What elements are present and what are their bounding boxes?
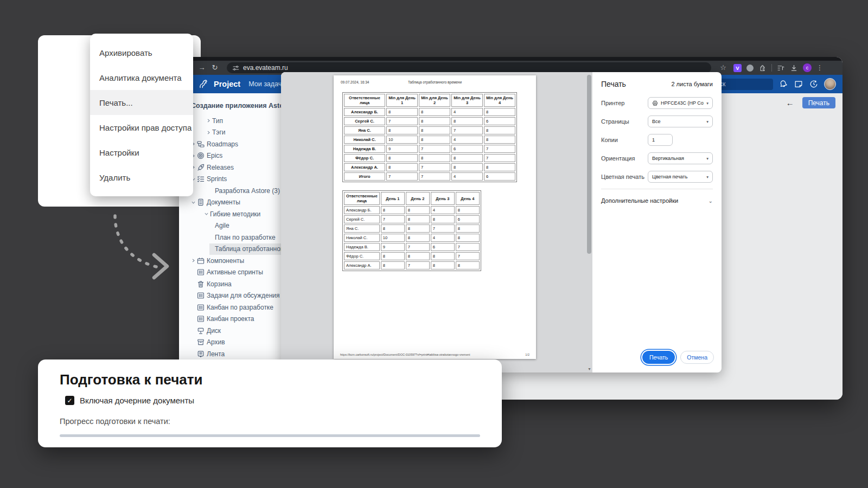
app-brand[interactable]: Project bbox=[214, 80, 240, 88]
chevron-down-icon[interactable] bbox=[190, 200, 197, 205]
trash-icon bbox=[197, 280, 207, 288]
table-cell: 8 bbox=[431, 215, 455, 223]
table-cell: 10 bbox=[381, 234, 405, 242]
globe-extension-icon[interactable] bbox=[746, 65, 754, 72]
context-menu-item[interactable]: Аналитика документа bbox=[90, 65, 193, 90]
address-bar[interactable]: eva.evateam.ru bbox=[227, 62, 711, 73]
preview-doc-title: Таблица отработанного времени bbox=[334, 80, 536, 84]
notifications-bell-icon[interactable] bbox=[778, 79, 788, 89]
browser-menu-icon[interactable]: ⋮ bbox=[816, 64, 823, 72]
chevron-right-icon[interactable] bbox=[190, 258, 197, 263]
table-cell: Фёдор С. bbox=[344, 252, 380, 260]
back-arrow-icon[interactable]: ← bbox=[786, 98, 794, 107]
table-cell: 8 bbox=[451, 163, 483, 171]
more-settings-row[interactable]: Дополнительные настройки ⌄ bbox=[601, 197, 713, 204]
table-cell: 8 bbox=[386, 126, 418, 134]
table-header-cell: День 1 bbox=[381, 192, 405, 205]
print-settings-header: Печать 2 листа бумаги bbox=[601, 80, 713, 88]
sidebar-item[interactable]: Компоненты bbox=[179, 255, 281, 267]
sidebar-item-label: Agile bbox=[215, 222, 229, 229]
preview-page-header: 09.07.2024, 16:34 Таблица отработанного … bbox=[334, 75, 536, 85]
sidebar-item[interactable]: План по разработке bbox=[179, 232, 281, 243]
profile-avatar-icon[interactable]: c bbox=[803, 63, 812, 72]
chevron-right-icon[interactable] bbox=[205, 118, 212, 123]
sidebar-item[interactable]: Sprints bbox=[179, 174, 281, 185]
panel-note-icon[interactable] bbox=[794, 79, 803, 89]
search-input[interactable]: ск bbox=[715, 79, 773, 90]
sidebar-item[interactable]: Agile bbox=[179, 220, 281, 232]
include-children-checkbox[interactable]: ✓ bbox=[65, 396, 74, 405]
table-cell: 8 bbox=[381, 252, 405, 260]
sidebar-item[interactable]: Активные спринты bbox=[179, 267, 281, 279]
context-menu-item[interactable]: Удалить bbox=[90, 165, 193, 190]
sidebar-item-label: Корзина bbox=[207, 280, 232, 288]
print-cancel-button[interactable]: Отмена bbox=[680, 351, 714, 364]
site-settings-icon[interactable] bbox=[232, 65, 239, 72]
browser-reload-icon[interactable]: ↻ bbox=[209, 61, 220, 75]
table-cell: Фёдор С. bbox=[344, 154, 385, 162]
table-cell: 8 bbox=[431, 261, 455, 269]
document-icon bbox=[197, 198, 207, 206]
archive-icon bbox=[197, 338, 207, 346]
sidebar-item[interactable]: Roadmaps bbox=[179, 138, 281, 150]
user-avatar[interactable] bbox=[824, 78, 836, 90]
kanban-icon bbox=[197, 292, 207, 299]
tab-list-icon[interactable] bbox=[777, 64, 785, 72]
extension-v-icon[interactable]: V bbox=[733, 64, 742, 72]
print-confirm-button[interactable]: Печать bbox=[642, 351, 675, 364]
printer-select[interactable]: HPFCE43C (HP Color La: ▾ bbox=[648, 97, 713, 109]
extensions-puzzle-icon[interactable] bbox=[758, 64, 767, 72]
orientation-select[interactable]: Вертикальная ▾ bbox=[648, 152, 713, 164]
history-clock-icon[interactable] bbox=[809, 79, 819, 89]
sidebar-item[interactable]: Документы bbox=[179, 197, 281, 209]
sidebar-item[interactable]: Задачи для обсуждения bbox=[179, 290, 281, 302]
browser-forward-icon[interactable]: → bbox=[196, 61, 207, 75]
app-print-button[interactable]: Печать bbox=[802, 97, 835, 108]
sidebar-item-label: Компоненты bbox=[207, 257, 244, 265]
worked-time-table-2: Ответственные лицаДень 1День 2День 3День… bbox=[342, 190, 481, 271]
sidebar-item-label: Диск bbox=[207, 327, 221, 335]
table-cell: 4 bbox=[451, 136, 483, 144]
sidebar-item-label: Sprints bbox=[207, 175, 227, 183]
context-menu-item[interactable]: Настройки bbox=[90, 140, 193, 165]
context-menu-item[interactable]: Печать... bbox=[90, 90, 193, 115]
context-menu-item[interactable]: Архивировать bbox=[90, 40, 193, 65]
orientation-caret-icon: ▾ bbox=[706, 156, 709, 161]
table-cell: 9 bbox=[381, 243, 405, 251]
sidebar-item[interactable]: Корзина bbox=[179, 278, 281, 290]
chevron-down-icon[interactable] bbox=[203, 211, 210, 216]
preview-scrollbar[interactable] bbox=[587, 75, 591, 365]
color-select[interactable]: Цветная печать ▾ bbox=[648, 171, 713, 183]
browser-tab-strip bbox=[179, 57, 843, 61]
table-row: Сергей С.7886 bbox=[344, 117, 515, 125]
pages-row: Страницы Все ▾ bbox=[601, 115, 713, 128]
include-children-row: ✓ Включая дочерние документы bbox=[65, 396, 480, 405]
table-row: Александр Б.8848 bbox=[344, 108, 515, 116]
print-preview-area: 09.07.2024, 16:34 Таблица отработанного … bbox=[281, 72, 592, 373]
download-icon[interactable] bbox=[790, 64, 798, 72]
nav-my-tasks[interactable]: Мои задачи bbox=[248, 80, 285, 88]
sidebar-item[interactable]: Диск bbox=[179, 325, 281, 337]
sidebar-item[interactable]: Тип bbox=[179, 115, 281, 127]
sidebar-item[interactable]: Epics bbox=[179, 150, 281, 162]
sidebar-item[interactable]: Тэги bbox=[179, 127, 281, 139]
sidebar-item[interactable]: Канбан по разработке bbox=[179, 301, 281, 313]
context-menu-item[interactable]: Настройки прав доступа bbox=[90, 115, 193, 140]
copies-input[interactable]: 1 bbox=[648, 134, 673, 146]
kanban-icon bbox=[197, 304, 207, 311]
disk-icon bbox=[197, 327, 207, 335]
sidebar-item[interactable]: Канбан проекта bbox=[179, 313, 281, 325]
preview-scroll-down-icon[interactable]: ▼ bbox=[588, 367, 591, 371]
sidebar-item[interactable]: Разработка Astore (3) bbox=[179, 185, 281, 197]
table-cell: 7 bbox=[406, 243, 430, 251]
sidebar-item[interactable]: Архив bbox=[179, 337, 281, 349]
pages-select[interactable]: Все ▾ bbox=[648, 115, 713, 127]
sidebar-item[interactable]: Гибкие методики bbox=[179, 208, 281, 220]
table-cell: 8 bbox=[381, 261, 405, 269]
preview-scrollbar-thumb[interactable] bbox=[587, 75, 591, 254]
preview-page-footer: https://bcm.carbonsoft.ru/project/Docume… bbox=[340, 353, 529, 356]
sidebar-item[interactable]: Releases bbox=[179, 162, 281, 174]
sidebar-item[interactable]: Таблица отработанного времени bbox=[209, 243, 281, 255]
chevron-right-icon[interactable] bbox=[205, 130, 212, 135]
sidebar-item[interactable]: Лента bbox=[179, 348, 281, 360]
